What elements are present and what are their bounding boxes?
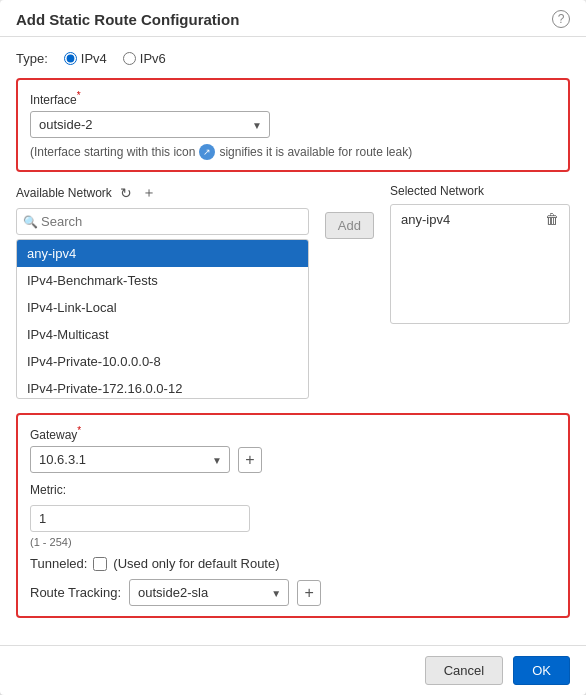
network-list: any-ipv4 IPv4-Benchmark-Tests IPv4-Link-… [16,239,309,399]
search-wrapper: 🔍 [16,208,309,235]
tunneled-label: Tunneled: [30,556,87,571]
route-leak-icon: ↗ [199,144,215,160]
list-item[interactable]: IPv4-Multicast [17,321,308,348]
help-icon[interactable]: ? [552,10,570,28]
search-input[interactable] [16,208,309,235]
tunneled-note: (Used only for default Route) [113,556,279,571]
interface-select[interactable]: outside-2 outside-1 inside [30,111,270,138]
selected-network-header: Selected Network [390,184,570,198]
add-route-tracking-button[interactable]: + [297,580,321,606]
interface-section: Interface* outside-2 outside-1 inside ▼ … [16,78,570,172]
route-leak-note: (Interface starting with this icon ↗ sig… [30,144,556,160]
selected-item: any-ipv4 🗑 [391,205,569,233]
ipv4-radio[interactable] [64,52,77,65]
route-tracking-select-wrapper: outside2-sla ▼ [129,579,289,606]
metric-row: Metric: [30,483,556,532]
selected-list: any-ipv4 🗑 [390,204,570,324]
gateway-section: Gateway* 10.6.3.1 ▼ + Metric: (1 - 254) … [16,413,570,618]
gateway-select[interactable]: 10.6.3.1 [30,446,230,473]
search-icon: 🔍 [23,215,38,229]
type-radio-group: IPv4 IPv6 [64,51,166,66]
available-network-title: Available Network [16,186,112,200]
available-network-header: Available Network ↻ ＋ [16,184,309,202]
tunneled-checkbox[interactable] [93,557,107,571]
interface-select-wrapper: outside-2 outside-1 inside ▼ [30,111,270,138]
list-item[interactable]: IPv4-Benchmark-Tests [17,267,308,294]
add-network-icon-button[interactable]: ＋ [140,184,158,202]
tunneled-row: Tunneled: (Used only for default Route) [30,556,556,571]
route-tracking-select[interactable]: outside2-sla [129,579,289,606]
ipv6-radio[interactable] [123,52,136,65]
ipv4-label: IPv4 [81,51,107,66]
list-item[interactable]: IPv4-Private-172.16.0.0-12 [17,375,308,399]
list-item[interactable]: any-ipv4 [17,240,308,267]
selected-item-label: any-ipv4 [401,212,450,227]
dialog-title: Add Static Route Configuration [16,11,239,28]
add-gateway-button[interactable]: + [238,447,262,473]
selected-network-title: Selected Network [390,184,484,198]
route-leak-text-1: (Interface starting with this icon [30,145,195,159]
add-button-col: Add [325,184,374,399]
interface-label: Interface* [30,90,556,107]
networks-section: Available Network ↻ ＋ 🔍 any-ipv4 IPv4-Be… [16,184,570,399]
route-tracking-row: Route Tracking: outside2-sla ▼ + [30,579,556,606]
metric-label: Metric: [30,483,556,497]
available-network-col: Available Network ↻ ＋ 🔍 any-ipv4 IPv4-Be… [16,184,309,399]
gateway-select-wrapper: 10.6.3.1 ▼ [30,446,230,473]
type-row: Type: IPv4 IPv6 [16,51,570,66]
add-to-selected-button[interactable]: Add [325,212,374,239]
route-leak-text-2: signifies it is available for route leak… [219,145,412,159]
dialog-body: Type: IPv4 IPv6 Interface* outside-2 out… [0,37,586,645]
ipv4-radio-item[interactable]: IPv4 [64,51,107,66]
ipv6-label: IPv6 [140,51,166,66]
dialog-header: Add Static Route Configuration ? [0,0,586,37]
cancel-button[interactable]: Cancel [425,656,503,685]
ipv6-radio-item[interactable]: IPv6 [123,51,166,66]
gateway-label: Gateway* [30,425,556,442]
list-item[interactable]: IPv4-Private-10.0.0.0-8 [17,348,308,375]
selected-network-col: Selected Network any-ipv4 🗑 [390,184,570,399]
dialog-footer: Cancel OK [0,645,586,695]
route-tracking-label: Route Tracking: [30,585,121,600]
gateway-row: 10.6.3.1 ▼ + [30,446,556,473]
list-item[interactable]: IPv4-Link-Local [17,294,308,321]
type-label: Type: [16,51,48,66]
metric-input[interactable] [30,505,250,532]
ok-button[interactable]: OK [513,656,570,685]
delete-selected-icon[interactable]: 🗑 [545,211,559,227]
refresh-icon-button[interactable]: ↻ [118,185,134,201]
metric-hint: (1 - 254) [30,536,556,548]
add-static-route-dialog: Add Static Route Configuration ? Type: I… [0,0,586,695]
